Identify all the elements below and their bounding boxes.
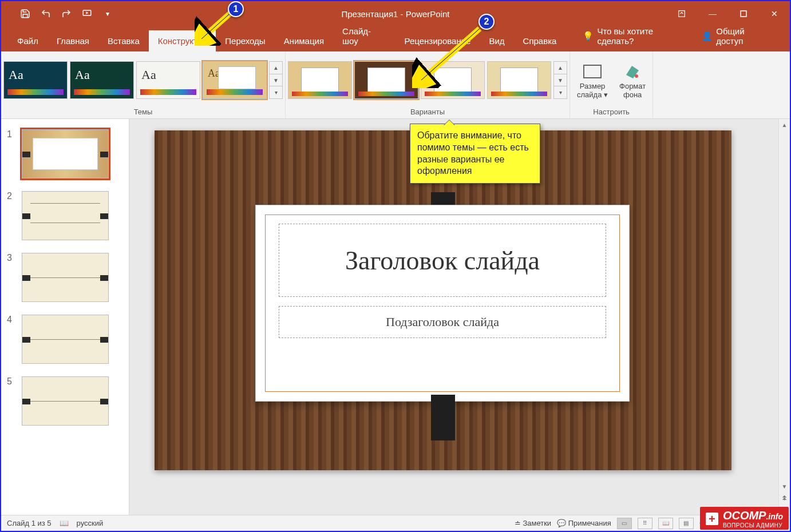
tab-insert[interactable]: Вставка: [98, 30, 149, 51]
prev-slide-icon[interactable]: ⯭: [779, 492, 790, 503]
tab-animations[interactable]: Анимация: [275, 30, 333, 51]
slide-size-button[interactable]: Размер слайда ▾: [572, 59, 612, 101]
qat-customize-icon[interactable]: ▾: [100, 6, 116, 22]
watermark-subtitle: ВОПРОСЫ АДМИНУ: [723, 522, 783, 529]
tab-help[interactable]: Справка: [514, 30, 566, 51]
slide-number: 4: [7, 315, 16, 325]
slide-size-icon: [582, 61, 603, 82]
svg-rect-3: [741, 11, 746, 17]
annotation-tooltip: Обратите внимание, что помимо темы — ест…: [410, 124, 540, 184]
ribbon-design: Aa Aa Aa Aa ▲▼▾ Темы ▲▼▾ Варианты Размер…: [1, 51, 790, 119]
tell-me-label: Что вы хотите сделать?: [597, 26, 690, 46]
notes-button[interactable]: ≐ Заметки: [515, 519, 551, 527]
themes-gallery-more[interactable]: ▲▼▾: [269, 61, 283, 99]
watermark-brand: OCOMP: [723, 509, 766, 522]
slide-thumb-4[interactable]: 4: [1, 312, 129, 374]
variant-thumb-3[interactable]: [421, 61, 485, 99]
spellcheck-icon[interactable]: 📖: [60, 519, 69, 527]
theme-thumb-2[interactable]: Aa: [70, 61, 134, 99]
save-button[interactable]: [17, 6, 33, 22]
svg-marker-1: [86, 11, 89, 14]
watermark-tld: .info: [766, 512, 783, 521]
watermark-plus-icon: +: [706, 513, 718, 525]
slideshow-view-button[interactable]: ▤: [679, 518, 694, 529]
quick-access-toolbar: ▾: [1, 6, 116, 22]
share-label: Общий доступ: [716, 26, 773, 46]
slide-number: 1: [7, 129, 16, 140]
format-bg-label-1: Формат: [619, 82, 646, 90]
group-themes: Aa Aa Aa Aa ▲▼▾ Темы: [1, 51, 286, 118]
theme-thumb-3[interactable]: Aa: [136, 61, 200, 99]
slide-number: 2: [7, 191, 16, 201]
group-themes-label: Темы: [3, 106, 283, 117]
subtitle-placeholder-text: Подзаголовок слайда: [386, 315, 499, 329]
title-bar: ▾ Презентация1 - PowerPoint — ✕: [1, 1, 790, 26]
svg-point-5: [635, 74, 638, 78]
svg-rect-2: [679, 11, 685, 17]
ribbon-display-options-button[interactable]: [666, 1, 697, 26]
slide-thumbnail-panel[interactable]: 1 2 3 4 5: [1, 119, 129, 515]
slide-thumb-5[interactable]: 5: [1, 374, 129, 436]
undo-button[interactable]: [38, 6, 54, 22]
title-placeholder[interactable]: Заголовок слайда: [279, 224, 606, 297]
group-variants: ▲▼▾ Варианты: [286, 51, 570, 118]
comments-button[interactable]: 💬 Примечания: [557, 519, 611, 527]
watermark: + OCOMP.info ВОПРОСЫ АДМИНУ: [700, 507, 789, 530]
slide-card: Заголовок слайда Подзаголовок слайда: [255, 205, 630, 402]
status-bar: Слайд 1 из 5 📖 русский ≐ Заметки 💬 Приме…: [1, 515, 790, 531]
scroll-up-icon[interactable]: ▲: [779, 119, 790, 130]
window-controls: — ✕: [598, 1, 790, 26]
annotation-badge-1: 1: [228, 1, 244, 17]
redo-button[interactable]: [58, 6, 74, 22]
variants-gallery-more[interactable]: ▲▼▾: [553, 61, 567, 99]
tab-home[interactable]: Главная: [48, 30, 98, 51]
language-indicator[interactable]: русский: [77, 519, 104, 527]
format-background-icon: [622, 61, 643, 82]
clip-bottom-decoration: [431, 395, 455, 440]
scroll-down-icon[interactable]: ▼: [779, 481, 790, 492]
slide-number: 5: [7, 376, 16, 387]
reading-view-button[interactable]: 📖: [658, 518, 673, 529]
annotation-badge-2: 2: [478, 14, 495, 30]
vertical-scrollbar[interactable]: ▲ ▼ ⯭ ⯯: [778, 119, 790, 515]
format-background-button[interactable]: Формат фона: [615, 59, 650, 101]
tab-view[interactable]: Вид: [480, 30, 513, 51]
slide-number: 3: [7, 253, 16, 263]
tab-transitions[interactable]: Переходы: [216, 30, 274, 51]
slide-counter[interactable]: Слайд 1 из 5: [7, 519, 52, 527]
slide-size-label-2: слайда ▾: [577, 90, 608, 99]
lightbulb-icon: 💡: [583, 31, 594, 41]
tab-file[interactable]: Файл: [8, 30, 48, 51]
group-configure: Размер слайда ▾ Формат фона Настроить: [570, 51, 653, 118]
format-bg-label-2: фона: [623, 90, 642, 99]
subtitle-placeholder[interactable]: Подзаголовок слайда: [279, 306, 606, 338]
title-placeholder-text: Заголовок слайда: [345, 245, 540, 276]
maximize-button[interactable]: [728, 1, 759, 26]
slide-sorter-view-button[interactable]: ⠿: [638, 518, 652, 529]
tab-design[interactable]: Конструктор: [149, 30, 216, 51]
group-configure-label: Настроить: [572, 106, 650, 117]
minimize-button[interactable]: —: [697, 1, 728, 26]
theme-thumb-1[interactable]: Aa: [3, 61, 68, 99]
slide-thumb-2[interactable]: 2: [1, 189, 129, 251]
ribbon-tabs: Файл Главная Вставка Конструктор Переход…: [1, 26, 790, 51]
theme-thumb-4[interactable]: Aa: [203, 61, 267, 99]
start-slideshow-button[interactable]: [79, 6, 95, 22]
slide-size-label-1: Размер: [580, 82, 606, 90]
workspace: 1 2 3 4 5 Заголовок слайда Подзаголовок …: [1, 119, 790, 515]
slide-thumb-1[interactable]: 1: [1, 127, 129, 189]
group-variants-label: Варианты: [288, 106, 567, 117]
close-button[interactable]: ✕: [759, 1, 790, 26]
normal-view-button[interactable]: ▭: [617, 518, 632, 529]
variant-thumb-4[interactable]: [487, 61, 551, 99]
variant-thumb-1[interactable]: [288, 61, 352, 99]
svg-rect-4: [584, 65, 601, 78]
app-title: Презентация1 - PowerPoint: [342, 9, 450, 19]
tab-review[interactable]: Рецензирование: [396, 30, 480, 51]
variant-thumb-2[interactable]: [354, 61, 418, 99]
share-icon: 👤: [702, 31, 713, 41]
slide-thumb-3[interactable]: 3: [1, 251, 129, 312]
